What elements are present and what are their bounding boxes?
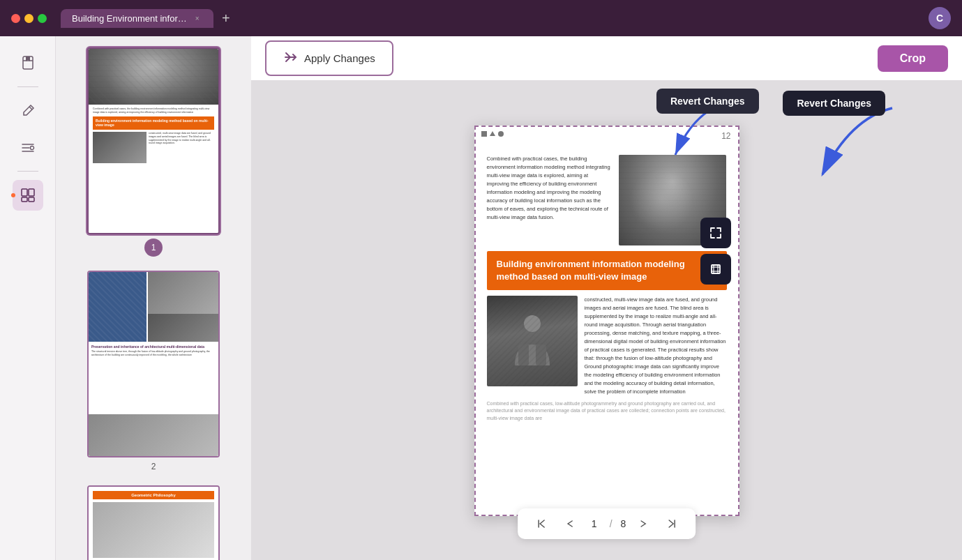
- close-button[interactable]: [11, 14, 20, 23]
- apply-icon: [283, 49, 299, 68]
- sidebar-divider-1: [17, 86, 38, 87]
- revert-changes-tooltip[interactable]: Revert Changes: [656, 89, 759, 114]
- active-tab[interactable]: Building Environment infor… ×: [61, 9, 213, 28]
- thumb2-bottom-img: [89, 414, 218, 456]
- nav-current-page: 1: [587, 518, 601, 529]
- maximize-button[interactable]: [38, 14, 47, 23]
- traffic-lights: [11, 14, 47, 23]
- svg-rect-2: [22, 189, 27, 196]
- thumb3-title: Geometric Philosophy: [93, 491, 214, 499]
- nav-total-pages: 8: [621, 518, 626, 529]
- doc-top-section: Combined with practical cases, the build…: [476, 141, 738, 251]
- tab-bar: Building Environment infor… × +: [61, 8, 923, 28]
- thumb-orange-title: Building environment information modelin…: [93, 116, 214, 130]
- thumbnail-frame-2[interactable]: Preservation and inheritance of architec…: [87, 271, 220, 457]
- document-area: 12 Combined with practical cases, the bu…: [251, 81, 962, 560]
- sidebar-divider-2: [17, 171, 38, 172]
- thumb-image-top: [89, 49, 218, 105]
- thumb3-image: [93, 502, 214, 558]
- sidebar-icon-bookmark[interactable]: [13, 47, 43, 78]
- status-square: [481, 131, 487, 137]
- doc-text-right: constructed, multi-view image data are f…: [585, 296, 727, 396]
- svg-point-1: [30, 146, 33, 150]
- icon-sidebar: [0, 36, 56, 560]
- status-triangle: [490, 131, 495, 136]
- new-tab-button[interactable]: +: [216, 8, 236, 28]
- thumb2-left-img: [89, 272, 146, 342]
- doc-text-left: Combined with practical cases, the build…: [487, 155, 619, 245]
- thumbnail-panel: Combined with practical cases, the build…: [56, 36, 251, 560]
- svg-rect-8: [536, 345, 546, 365]
- thumb2-title: Preservation and inheritance of architec…: [89, 342, 218, 350]
- expand-icon-button[interactable]: [700, 218, 731, 248]
- doc-floating-icons: [700, 218, 731, 285]
- thumb-small-text: Combined with practical cases, the build…: [93, 107, 214, 114]
- nav-last-button[interactable]: [662, 514, 682, 533]
- crop-button[interactable]: Crop: [878, 45, 948, 72]
- sidebar-icon-edit[interactable]: [13, 132, 43, 162]
- nav-prev-button[interactable]: [559, 514, 579, 533]
- svg-point-6: [524, 315, 541, 332]
- thumb2-text: The structural tension above tree, throu…: [89, 350, 218, 357]
- thumbnail-page-number-1: 1: [144, 239, 163, 257]
- doc-bottom-section: constructed, multi-view image data are f…: [476, 296, 738, 396]
- titlebar: Building Environment infor… × + C: [0, 0, 962, 36]
- nav-next-button[interactable]: [634, 514, 654, 533]
- svg-rect-9: [712, 265, 720, 273]
- svg-rect-3: [29, 189, 34, 196]
- svg-rect-5: [29, 197, 34, 202]
- doc-orange-title: Building environment information modelin…: [487, 251, 727, 290]
- thumb-bottom-text: constructed, multi-view image data are f…: [149, 132, 214, 163]
- apply-changes-label: Apply Changes: [304, 52, 375, 64]
- thumbnail-item-1[interactable]: Combined with practical cases, the build…: [67, 47, 240, 257]
- page-status-bar: [481, 131, 504, 137]
- toolbar: Apply Changes Crop: [251, 36, 962, 81]
- svg-rect-4: [22, 197, 27, 202]
- apply-changes-button[interactable]: Apply Changes: [265, 40, 393, 76]
- svg-rect-7: [518, 345, 529, 365]
- doc-bottom-small-text: Combined with practical cases, low-altit…: [487, 400, 727, 423]
- crop-icon-button[interactable]: [700, 254, 731, 285]
- minimize-button[interactable]: [24, 14, 33, 23]
- doc-person-image: [487, 296, 578, 386]
- sidebar-icon-pages[interactable]: [13, 180, 43, 211]
- doc-bottom-right-text: constructed, multi-view image data are f…: [585, 296, 727, 396]
- thumbnail-item-2[interactable]: Preservation and inheritance of architec…: [67, 271, 240, 471]
- page-number-badge: 12: [721, 131, 730, 141]
- thumbnail-frame-3[interactable]: Geometric Philosophy The specific power …: [87, 485, 220, 560]
- nav-separator: /: [610, 518, 612, 529]
- thumbnail-page-number-2: 2: [151, 462, 156, 471]
- document-page: 12 Combined with practical cases, the bu…: [474, 126, 739, 516]
- active-indicator: [11, 193, 15, 197]
- tab-close-button[interactable]: ×: [193, 13, 202, 23]
- status-dot: [498, 131, 504, 137]
- doc-text-top: Combined with practical cases, the build…: [487, 155, 612, 222]
- thumb2-bottom-right-img: [148, 314, 218, 342]
- revert-changes-button[interactable]: Revert Changes: [783, 91, 885, 116]
- thumb2-top-right-img: [148, 272, 218, 314]
- thumbnail-frame-1[interactable]: Combined with practical cases, the build…: [87, 47, 220, 234]
- tab-title: Building Environment infor…: [72, 13, 187, 24]
- user-avatar[interactable]: C: [929, 7, 951, 29]
- thumbnail-item-3[interactable]: Geometric Philosophy The specific power …: [67, 485, 240, 560]
- nav-first-button[interactable]: [532, 514, 551, 533]
- sidebar-icon-pen[interactable]: [13, 96, 43, 126]
- document-navigation: 1 / 8: [518, 508, 696, 539]
- doc-bottom-text: Combined with practical cases, low-altit…: [476, 396, 738, 427]
